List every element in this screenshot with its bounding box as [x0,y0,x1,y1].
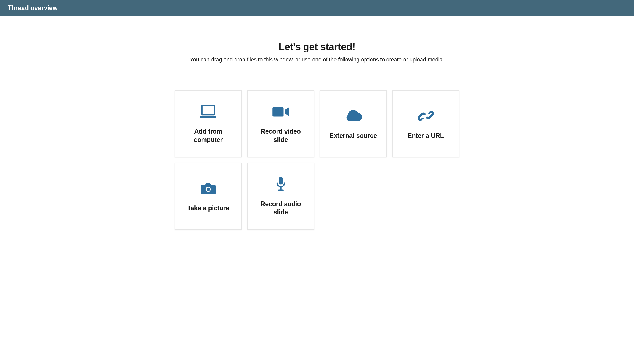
take-picture-card[interactable]: Take a picture [175,163,242,230]
page-header: Thread overview [0,0,634,16]
svg-rect-1 [200,116,216,118]
svg-rect-5 [279,177,283,185]
add-from-computer-card[interactable]: Add from computer [175,90,242,157]
card-label: Record video slide [253,128,308,144]
svg-point-4 [207,187,210,191]
svg-rect-6 [280,187,282,190]
main-subtitle: You can drag and drop files to this wind… [180,57,454,63]
microphone-icon [271,176,290,192]
cloud-icon [344,108,363,124]
card-label: Add from computer [180,128,236,144]
record-video-slide-card[interactable]: Record video slide [247,90,314,157]
svg-rect-0 [202,105,215,114]
page-title: Thread overview [8,4,58,12]
external-source-card[interactable]: External source [320,90,387,157]
enter-url-card[interactable]: Enter a URL [392,90,459,157]
link-icon [416,108,435,124]
svg-rect-2 [272,107,283,117]
main-title: Let's get started! [180,41,454,53]
card-label: Enter a URL [408,132,444,140]
laptop-icon [199,103,218,120]
card-label: Take a picture [187,204,229,212]
card-label: External source [330,132,377,140]
card-label: Record audio slide [253,200,308,217]
main-content: Let's get started! You can drag and drop… [174,16,460,241]
camera-icon [199,180,218,197]
video-icon [271,103,290,120]
record-audio-slide-card[interactable]: Record audio slide [247,163,314,230]
svg-rect-7 [278,190,284,191]
options-grid: Add from computer Record video slide Ext… [180,90,454,230]
